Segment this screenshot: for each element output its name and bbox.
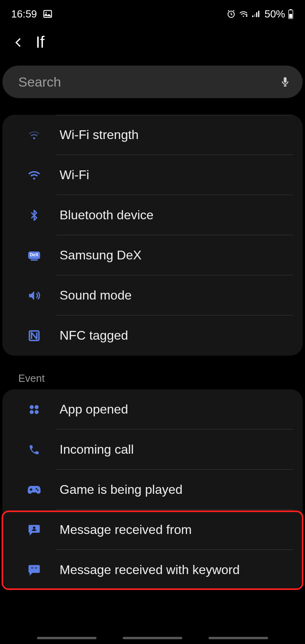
svg-point-18	[36, 488, 37, 489]
gamepad-icon	[26, 482, 42, 498]
message-person-icon	[26, 522, 42, 538]
item-label: App opened	[42, 402, 128, 417]
svg-point-14	[30, 410, 34, 414]
svg-point-1	[46, 12, 47, 13]
item-wifi-strength[interactable]: Wi-Fi strength	[2, 115, 303, 155]
item-game-playing[interactable]: Game is being played	[2, 470, 303, 510]
status-left: 16:59	[11, 8, 53, 20]
wifi-icon	[26, 167, 42, 183]
item-label: NFC tagged	[42, 328, 128, 343]
system-nav-bar	[0, 637, 305, 639]
wifi-weak-icon	[26, 127, 42, 143]
item-nfc[interactable]: NFC tagged	[2, 315, 303, 356]
item-app-opened[interactable]: App opened	[2, 389, 303, 429]
item-label: Samsung DeX	[42, 248, 141, 263]
back-icon[interactable]	[13, 37, 25, 48]
svg-point-15	[35, 410, 39, 414]
item-sound-mode[interactable]: Sound mode	[2, 275, 303, 315]
item-wifi[interactable]: Wi-Fi	[2, 155, 303, 195]
image-icon	[42, 9, 53, 19]
battery-icon	[288, 9, 294, 19]
item-label: Game is being played	[42, 482, 183, 497]
svg-point-13	[35, 405, 39, 409]
item-label: Message received with keyword	[42, 563, 240, 577]
message-quote-icon: “ ”	[26, 562, 42, 578]
item-label: Sound mode	[42, 288, 131, 303]
item-message-from[interactable]: Message received from	[2, 510, 303, 550]
item-label: Bluetooth device	[42, 208, 154, 222]
phone-icon	[26, 442, 42, 458]
page-title: If	[36, 33, 44, 51]
nfc-icon	[26, 328, 42, 344]
nav-back[interactable]	[208, 637, 268, 639]
item-label: Wi-Fi strength	[42, 128, 139, 142]
svg-point-12	[30, 405, 34, 409]
item-incoming-call[interactable]: Incoming call	[2, 429, 303, 470]
nav-home[interactable]	[123, 637, 182, 639]
volume-icon	[26, 288, 42, 304]
item-label: Wi-Fi	[42, 168, 89, 182]
item-samsung-dex[interactable]: DeX Samsung DeX	[2, 235, 303, 275]
status-bar: 16:59 50%	[0, 0, 305, 24]
svg-rect-10	[284, 77, 287, 83]
svg-rect-3	[252, 15, 253, 17]
svg-rect-6	[258, 11, 259, 17]
svg-rect-4	[254, 14, 255, 17]
svg-rect-5	[256, 12, 257, 17]
status-right: 50%	[226, 8, 294, 20]
svg-point-19	[37, 489, 39, 491]
search-input[interactable]	[18, 74, 280, 90]
svg-rect-8	[290, 9, 291, 10]
svg-text:“ ”: “ ”	[31, 566, 37, 572]
alarm-icon	[226, 9, 236, 19]
battery-percent: 50%	[264, 8, 285, 20]
item-bluetooth[interactable]: Bluetooth device	[2, 195, 303, 235]
event-conditions-card: App opened Incoming call Game is being p…	[2, 389, 303, 590]
apps-icon	[26, 402, 42, 418]
status-time: 16:59	[11, 8, 37, 20]
svg-rect-17	[30, 489, 33, 490]
page-header: If	[0, 24, 305, 66]
svg-rect-9	[289, 14, 292, 18]
signal-icon	[251, 9, 261, 19]
svg-point-20	[33, 526, 35, 529]
search-bar[interactable]	[2, 66, 303, 98]
nav-recents[interactable]	[37, 637, 97, 639]
dex-icon: DeX	[26, 248, 42, 263]
item-message-keyword[interactable]: “ ” Message received with keyword	[2, 550, 303, 590]
section-header-event: Event	[0, 372, 305, 389]
microphone-icon[interactable]	[280, 75, 291, 89]
item-label: Message received from	[42, 522, 192, 537]
wifi-status-icon	[238, 9, 249, 19]
bluetooth-icon	[26, 207, 42, 223]
status-conditions-card: Wi-Fi strength Wi-Fi Bluetooth device De…	[2, 115, 303, 356]
item-label: Incoming call	[42, 442, 134, 457]
